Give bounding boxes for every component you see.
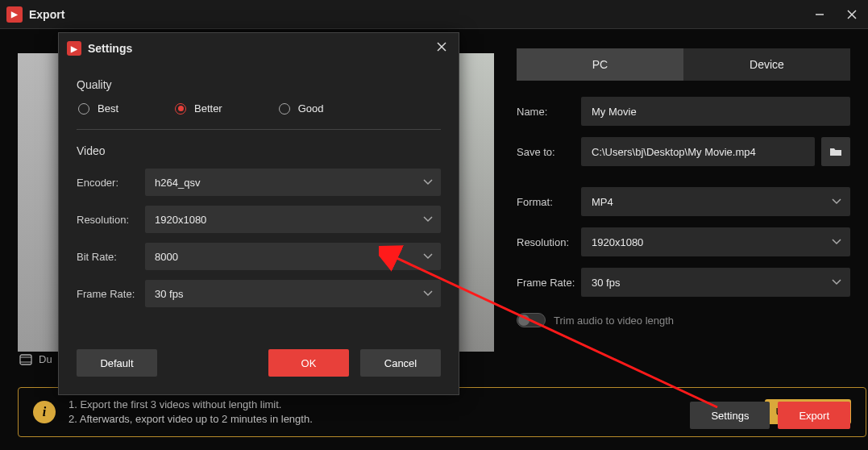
quality-good-radio[interactable]: Good <box>279 102 324 115</box>
trim-audio-label: Trim audio to video length <box>554 315 674 327</box>
chevron-down-icon <box>423 216 433 223</box>
minimize-button[interactable] <box>810 5 829 24</box>
folder-icon <box>829 146 842 157</box>
resolution-select[interactable]: 1920x1080 <box>581 227 850 256</box>
chevron-down-icon <box>423 290 433 297</box>
default-button[interactable]: Default <box>77 349 157 377</box>
modal-framerate-select[interactable]: 30 fps <box>145 280 441 307</box>
modal-framerate-label: Frame Rate: <box>77 288 145 300</box>
modal-title: Settings <box>88 42 433 55</box>
close-button[interactable] <box>842 5 862 24</box>
modal-resolution-label: Resolution: <box>77 214 145 226</box>
duration-row: Du <box>19 353 52 365</box>
duration-label: Du <box>39 353 52 365</box>
format-select[interactable]: MP4 <box>581 187 850 216</box>
encoder-label: Encoder: <box>77 177 145 189</box>
name-input[interactable]: My Movie <box>581 97 850 126</box>
film-icon <box>19 354 32 365</box>
info-icon: i <box>33 401 56 423</box>
trim-audio-toggle[interactable] <box>517 313 546 327</box>
chevron-down-icon <box>423 179 433 185</box>
cancel-button[interactable]: Cancel <box>360 349 441 377</box>
app-icon: ▶ <box>67 41 81 56</box>
tab-pc[interactable]: PC <box>517 48 683 81</box>
quality-better-radio[interactable]: Better <box>175 102 222 115</box>
settings-button[interactable]: Settings <box>690 402 770 429</box>
svg-rect-3 <box>20 355 31 365</box>
encoder-select[interactable]: h264_qsv <box>145 169 441 196</box>
framerate-select[interactable]: 30 fps <box>581 268 850 297</box>
bitrate-label: Bit Rate: <box>77 251 145 263</box>
settings-modal: ▶ Settings Quality Best Better Good Vide… <box>58 32 459 395</box>
resolution-label: Resolution: <box>517 236 581 248</box>
save-to-input[interactable]: C:\Users\bj\Desktop\My Movie.mp4 <box>581 137 815 166</box>
video-heading: Video <box>77 144 441 157</box>
chevron-down-icon <box>832 279 841 285</box>
title-bar: ▶ Export <box>0 0 868 29</box>
modal-resolution-select[interactable]: 1920x1080 <box>145 206 441 233</box>
framerate-label: Frame Rate: <box>517 277 581 289</box>
bitrate-select[interactable]: 8000 <box>145 243 441 270</box>
app-icon: ▶ <box>6 6 23 23</box>
ok-button[interactable]: OK <box>268 349 349 377</box>
chevron-down-icon <box>423 253 433 260</box>
export-button[interactable]: Export <box>778 402 850 429</box>
divider <box>77 129 441 130</box>
chevron-down-icon <box>832 239 841 245</box>
format-label: Format: <box>517 196 581 208</box>
quality-best-radio[interactable]: Best <box>78 102 118 115</box>
window-title: Export <box>29 8 810 21</box>
quality-heading: Quality <box>77 78 441 91</box>
name-label: Name: <box>517 106 581 118</box>
chevron-down-icon <box>832 198 841 205</box>
save-to-label: Save to: <box>517 146 581 158</box>
browse-button[interactable] <box>821 137 850 166</box>
tab-device[interactable]: Device <box>683 48 850 81</box>
modal-close-button[interactable] <box>433 38 451 59</box>
